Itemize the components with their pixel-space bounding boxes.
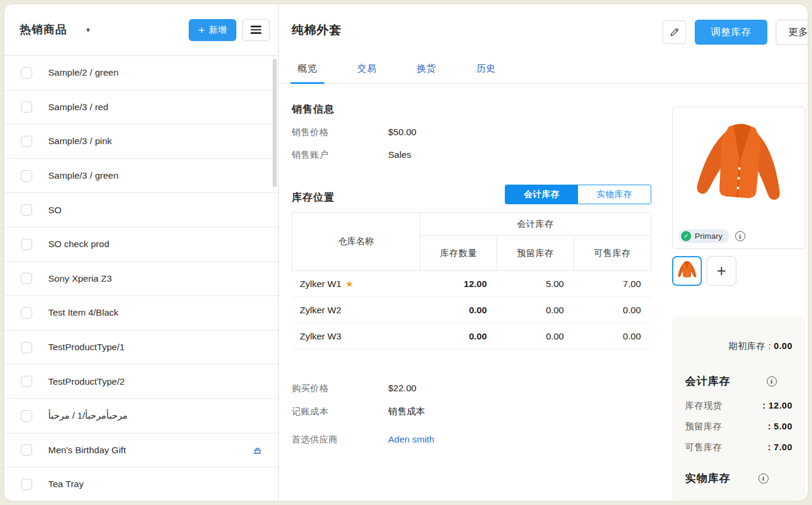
primary-badge-label: Primary bbox=[695, 232, 723, 241]
add-image-button[interactable]: + bbox=[707, 256, 736, 286]
stock-in-hand-label: 库存现货 bbox=[685, 400, 722, 412]
list-item[interactable]: Sample/3 / red bbox=[4, 91, 278, 125]
overview-content: 销售信息 销售价格 $50.00 销售账户 Sales 库存位置 会计库存 bbox=[279, 85, 808, 501]
list-item[interactable]: مرحبأمرحبأ/1 / مرحبأ bbox=[4, 399, 278, 434]
committed-stock-value: 5.00 bbox=[774, 421, 792, 431]
overview-right-column: ✓ Primary i + 期初库存 : bbox=[672, 85, 805, 501]
tab-history[interactable]: 历史 bbox=[470, 63, 502, 84]
item-label: Sample/2 / green bbox=[48, 67, 118, 78]
image-thumbnail[interactable] bbox=[672, 256, 702, 286]
item-checkbox[interactable] bbox=[21, 273, 32, 284]
list-item[interactable]: SO bbox=[4, 193, 278, 227]
tab-overview[interactable]: 概览 bbox=[292, 63, 323, 84]
committed-stock-value: 0.00 bbox=[497, 297, 574, 323]
chevron-down-icon[interactable]: ▼ bbox=[85, 27, 91, 33]
purchase-price-value: $22.00 bbox=[388, 383, 416, 394]
available-stock-label: 可售库存 bbox=[685, 442, 722, 453]
table-row[interactable]: Zylker W3 0.00 0.00 0.00 bbox=[292, 323, 651, 350]
list-item[interactable]: Men's Birthday Gift bbox=[4, 434, 278, 468]
image-thumbnails: + bbox=[672, 256, 805, 286]
item-label: Tea Tray bbox=[48, 479, 83, 490]
preferred-vendor-link[interactable]: Aden smith bbox=[388, 434, 435, 445]
tab-exchange[interactable]: 换货 bbox=[411, 63, 442, 84]
pencil-icon bbox=[669, 27, 680, 38]
overview-left-column: 销售信息 销售价格 $50.00 销售账户 Sales 库存位置 会计库存 bbox=[292, 85, 651, 457]
item-checkbox[interactable] bbox=[21, 101, 32, 113]
sidebar-header: 热销商品 ▼ + 新增 bbox=[4, 4, 278, 56]
list-item[interactable]: SO check prod bbox=[4, 227, 278, 262]
tab-transactions[interactable]: 交易 bbox=[351, 63, 383, 84]
physical-stock-toggle[interactable]: 实物库存 bbox=[578, 185, 651, 204]
item-checkbox[interactable] bbox=[21, 239, 32, 250]
composite-item-icon bbox=[252, 445, 263, 455]
app-window: 热销商品 ▼ + 新增 Sample/2 / green Sample/3 / … bbox=[4, 4, 808, 501]
stock-on-hand-value: 12.00 bbox=[420, 271, 497, 297]
list-item[interactable]: Sample/3 / green bbox=[4, 159, 278, 194]
sales-account-row: 销售账户 Sales bbox=[292, 149, 651, 161]
accounting-stock-heading: 会计库存 i bbox=[685, 374, 792, 388]
item-checkbox[interactable] bbox=[21, 67, 32, 79]
stock-in-hand-row: 库存现货 : 12.00 bbox=[685, 400, 792, 412]
accounting-stock-toggle[interactable]: 会计库存 bbox=[505, 185, 578, 204]
committed-stock-value: 0.00 bbox=[497, 323, 574, 350]
available-stock-row: 可售库存 : 7.00 bbox=[685, 442, 792, 453]
adjust-stock-button[interactable]: 调整库存 bbox=[695, 20, 767, 45]
list-options-button[interactable] bbox=[242, 19, 270, 41]
item-checkbox[interactable] bbox=[21, 342, 32, 353]
accounting-stock-info-icon[interactable]: i bbox=[767, 376, 777, 386]
add-item-button[interactable]: + 新增 bbox=[189, 19, 236, 41]
list-item[interactable]: Test Item 4/Black bbox=[4, 296, 278, 331]
item-list: Sample/2 / green Sample/3 / red Sample/3… bbox=[4, 56, 278, 501]
item-label: Sample/3 / pink bbox=[48, 136, 112, 146]
primary-info-icon[interactable]: i bbox=[735, 231, 745, 241]
stock-on-hand-value: 0.00 bbox=[420, 323, 497, 350]
item-checkbox[interactable] bbox=[21, 376, 32, 387]
committed-stock-column-header: 预留库存 bbox=[497, 236, 574, 271]
list-item[interactable]: Tea Tray bbox=[4, 467, 278, 501]
warehouse-name: Zylker W3 bbox=[300, 331, 342, 341]
list-filter-title[interactable]: 热销商品 bbox=[20, 22, 67, 38]
item-detail-panel: 纯棉外套 调整库存 更多 概览 交易 换货 历史 bbox=[279, 4, 808, 501]
edit-item-button[interactable] bbox=[663, 20, 686, 44]
item-checkbox[interactable] bbox=[21, 170, 32, 182]
item-label: Test Item 4/Black bbox=[48, 307, 118, 318]
physical-stock-heading: 实物库存 i bbox=[685, 471, 792, 485]
sidebar-scrollbar[interactable] bbox=[273, 59, 277, 187]
product-image bbox=[683, 108, 796, 229]
primary-image-card[interactable]: ✓ Primary i bbox=[672, 107, 805, 249]
committed-stock-row: 预留库存 : 5.00 bbox=[685, 421, 792, 432]
selling-price-label: 销售价格 bbox=[292, 127, 388, 138]
item-checkbox[interactable] bbox=[21, 410, 32, 422]
more-button[interactable]: 更多 bbox=[776, 20, 808, 45]
item-checkbox[interactable] bbox=[21, 136, 32, 147]
physical-stock-info-icon[interactable]: i bbox=[758, 473, 769, 484]
sales-account-label: 销售账户 bbox=[292, 149, 388, 161]
list-item[interactable]: Sample/2 / green bbox=[4, 56, 278, 91]
sales-info-heading: 销售信息 bbox=[292, 102, 651, 116]
opening-stock-value: 0.00 bbox=[774, 341, 792, 351]
item-checkbox[interactable] bbox=[21, 444, 32, 456]
item-checkbox[interactable] bbox=[21, 307, 32, 319]
accounting-stock-group-header: 会计库存 bbox=[420, 213, 651, 236]
warehouse-name: Zylker W1 bbox=[300, 279, 342, 289]
page-title: 纯棉外套 bbox=[292, 22, 342, 38]
committed-stock-value: 5.00 bbox=[497, 271, 574, 297]
stock-on-hand-value: 0.00 bbox=[420, 297, 497, 323]
item-label: Men's Birthday Gift bbox=[48, 445, 126, 456]
item-checkbox[interactable] bbox=[21, 479, 32, 490]
list-item[interactable]: TestProductType/1 bbox=[4, 331, 278, 365]
selling-price-value: $50.00 bbox=[388, 127, 416, 138]
item-checkbox[interactable] bbox=[21, 204, 32, 216]
opening-stock-row: 期初库存 : 0.00 bbox=[685, 341, 792, 352]
primary-image-badge: ✓ Primary bbox=[679, 229, 729, 243]
item-label: SO bbox=[48, 205, 61, 216]
list-item[interactable]: TestProductType/2 bbox=[4, 364, 278, 399]
list-item[interactable]: Sony Xperia Z3 bbox=[4, 262, 278, 297]
item-label: TestProductType/2 bbox=[48, 376, 124, 387]
add-item-label: 新增 bbox=[209, 24, 227, 36]
available-stock-value: 0.00 bbox=[574, 297, 651, 323]
table-row[interactable]: Zylker W2 0.00 0.00 0.00 bbox=[292, 297, 651, 323]
list-item[interactable]: Sample/3 / pink bbox=[4, 124, 278, 159]
detail-tabs: 概览 交易 换货 历史 bbox=[292, 63, 530, 84]
table-row[interactable]: Zylker W1★ 12.00 5.00 7.00 bbox=[292, 271, 651, 297]
